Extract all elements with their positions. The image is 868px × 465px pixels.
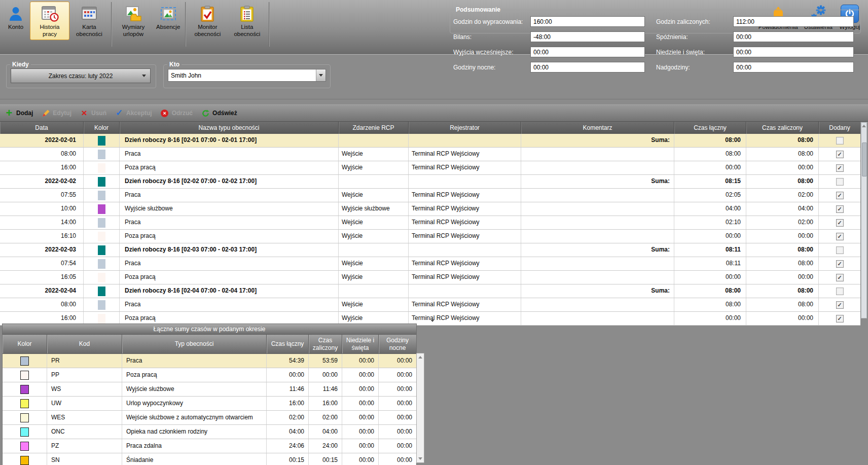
hours-counted-field[interactable] <box>733 16 854 27</box>
field-label: Godziny nocne: <box>453 64 530 71</box>
totals-scrollbar[interactable] <box>416 353 424 463</box>
totals-row[interactable]: WES Wejście służbowe z automatycznym otw… <box>3 411 416 425</box>
grid-row[interactable]: 14:00 Praca Wejście Terminal RCP Wejścio… <box>0 216 860 230</box>
grid-row[interactable]: 2022-02-04 Dzień roboczy 8-16 [02-04 07:… <box>0 284 860 298</box>
grid-row[interactable]: 16:05 Poza pracą Wyjście Terminal RCP We… <box>0 271 860 284</box>
grid-row[interactable]: 08:00 Praca Wejście Terminal RCP Wejścio… <box>0 298 860 312</box>
added-checkbox[interactable]: ✓ <box>836 164 844 172</box>
ribbon-item-historia-pracy[interactable]: Historia pracy <box>30 2 69 40</box>
button-label: Akceptuj <box>126 110 152 117</box>
hours-to-work-field[interactable] <box>530 16 645 27</box>
added-checkbox[interactable]: ✓ <box>836 233 844 240</box>
combobox-dropdown-button[interactable] <box>316 69 326 81</box>
cell-total-time: 02:05 <box>674 189 746 202</box>
grid-row[interactable]: 16:00 Poza pracą Wyjście Terminal RCP We… <box>0 161 860 175</box>
column-header-czas-zaliczony[interactable]: Czas zaliczony <box>309 335 342 353</box>
added-checkbox[interactable]: ✓ <box>836 205 844 213</box>
employee-combobox[interactable]: Smith John <box>168 69 326 82</box>
absences-icon <box>160 4 177 23</box>
sundays-holidays-field[interactable] <box>733 47 854 57</box>
column-header-kolor[interactable]: Kolor <box>3 335 47 353</box>
totals-row[interactable]: UW Urlop wypoczynkowy 16:00 16:00 00:00 … <box>3 397 416 411</box>
added-checkbox[interactable] <box>836 178 844 186</box>
edit-button[interactable]: Edytuj <box>42 110 71 117</box>
cell-registrar: Terminal RCP Wejściowy <box>409 216 521 229</box>
column-header-czas-laczny[interactable]: Czas łączny <box>674 122 746 134</box>
totals-row[interactable]: WS Wyjście służbowe 11:46 11:46 00:00 00… <box>3 382 416 397</box>
scroll-up-icon[interactable] <box>418 356 422 359</box>
ribbon-item-karta-obecnosci[interactable]: Karta obecności <box>69 2 109 40</box>
grid-scrollbar[interactable] <box>861 122 867 318</box>
column-header-typ[interactable]: Typ obecności <box>122 335 267 353</box>
cell-total-time: 00:00 <box>674 312 746 325</box>
color-swatch <box>98 191 105 200</box>
grid-row[interactable]: 08:00 Praca Wejście Terminal RCP Wejścio… <box>0 148 860 161</box>
grid-row[interactable]: 16:10 Poza pracą Wyjście Terminal RCP We… <box>0 230 860 243</box>
grid-row[interactable]: 2022-02-02 Dzień roboczy 8-16 [02-02 07:… <box>0 175 860 189</box>
cell-code: PZ <box>47 439 122 453</box>
check-icon: ✓ <box>115 110 123 117</box>
ribbon-item-monitor-obecnosci[interactable]: Monitor obecności <box>188 2 227 40</box>
totals-row[interactable]: ONC Opieka nad członkiem rodziny 04:00 0… <box>3 425 416 439</box>
totals-row[interactable]: SN Śniadanie 00:15 00:15 00:00 00:00 <box>3 453 416 465</box>
added-checkbox[interactable]: ✓ <box>836 192 844 199</box>
added-checkbox[interactable]: ✓ <box>836 315 844 323</box>
grid-row[interactable]: 07:54 Praca Wejście Terminal RCP Wejścio… <box>0 257 860 271</box>
ribbon-item-absencje[interactable]: Absencje <box>153 2 183 32</box>
action-toolbar: + Dodaj Edytuj × Usuń ✓ Akceptuj × Odrzu… <box>0 104 868 122</box>
grid-row[interactable]: 07:55 Praca Wejście Terminal RCP Wejścio… <box>0 189 860 202</box>
grid-row[interactable]: 2022-02-01 Dzień roboczy 8-16 [02-01 07:… <box>0 134 860 148</box>
overtime-field[interactable] <box>733 62 854 73</box>
time-range-dropdown[interactable]: Zakres czasu: luty 2022 <box>11 68 151 83</box>
accept-button[interactable]: ✓ Akceptuj <box>115 110 152 117</box>
ribbon-item-konto[interactable]: Konto <box>2 2 30 32</box>
ribbon-item-lista-obecnosci[interactable]: Lista obecności <box>227 2 267 40</box>
early-exits-field[interactable] <box>530 47 645 57</box>
refresh-button[interactable]: Odśwież <box>201 110 237 117</box>
delete-button[interactable]: × Usuń <box>80 110 106 117</box>
cell-added <box>819 175 860 188</box>
scrollbar-thumb[interactable] <box>862 142 867 176</box>
scroll-up-icon[interactable] <box>862 125 866 127</box>
summary-panel: Podsumowanie Godzin do wypracowania: God… <box>450 6 861 33</box>
add-button[interactable]: + Dodaj <box>5 110 33 117</box>
totals-row[interactable]: PR Praca 54:39 53:59 00:00 00:00 <box>3 354 416 368</box>
cell-total-time: 08:15 <box>674 175 746 188</box>
column-header-dodany[interactable]: Dodany <box>819 122 860 134</box>
splitter-arrow-icon[interactable] <box>430 319 435 322</box>
cell-added: ✓ <box>819 257 860 270</box>
column-header-komentarz[interactable]: Komentarz <box>521 122 674 134</box>
column-header-kolor[interactable]: Kolor <box>84 122 120 134</box>
cell-type-name: Praca <box>120 257 339 270</box>
totals-row[interactable]: PZ Praca zdalna 24:06 24:00 00:00 00:00 <box>3 439 416 453</box>
added-checkbox[interactable] <box>836 246 844 254</box>
column-header-czas-zaliczony[interactable]: Czas zaliczony <box>746 122 819 134</box>
column-header-zdarzenie[interactable]: Zdarzenie RCP <box>339 122 409 134</box>
added-checkbox[interactable]: ✓ <box>836 274 844 281</box>
added-checkbox[interactable]: ✓ <box>836 301 844 309</box>
reject-button[interactable]: × Odrzuć <box>161 110 193 117</box>
column-header-kod[interactable]: Kod <box>47 335 122 353</box>
color-swatch <box>20 427 29 437</box>
column-header-niedziele[interactable]: Niedziele i święta <box>342 335 379 353</box>
added-checkbox[interactable] <box>836 288 844 295</box>
grid-row[interactable]: 2022-02-03 Dzień roboczy 8-16 [02-03 07:… <box>0 243 860 257</box>
column-header-czas-laczny[interactable]: Czas łączny <box>267 335 309 353</box>
scroll-down-icon[interactable] <box>418 457 422 460</box>
night-hours-field[interactable] <box>530 62 645 73</box>
added-checkbox[interactable]: ✓ <box>836 260 844 268</box>
column-header-godziny-nocne[interactable]: Godziny nocne <box>379 335 416 353</box>
grid-row[interactable]: 10:00 Wyjście służbowe Wyjście służbowe … <box>0 202 860 216</box>
column-header-rejestrator[interactable]: Rejestrator <box>409 122 521 134</box>
ribbon-item-wymiary-urlopow[interactable]: Wymiary urlopów <box>114 2 153 40</box>
added-checkbox[interactable]: ✓ <box>836 219 844 227</box>
late-arrivals-field[interactable] <box>733 31 854 42</box>
balance-field[interactable] <box>530 31 645 42</box>
totals-row[interactable]: PP Poza pracą 00:00 00:00 00:00 00:00 <box>3 368 416 382</box>
added-checkbox[interactable] <box>836 137 844 145</box>
added-checkbox[interactable]: ✓ <box>836 151 844 158</box>
column-header-nazwa[interactable]: Nazwa typu obecności <box>120 122 339 134</box>
color-swatch <box>98 163 105 173</box>
column-header-data[interactable]: Data <box>0 122 84 134</box>
cell-type: Praca zdalna <box>122 439 267 453</box>
